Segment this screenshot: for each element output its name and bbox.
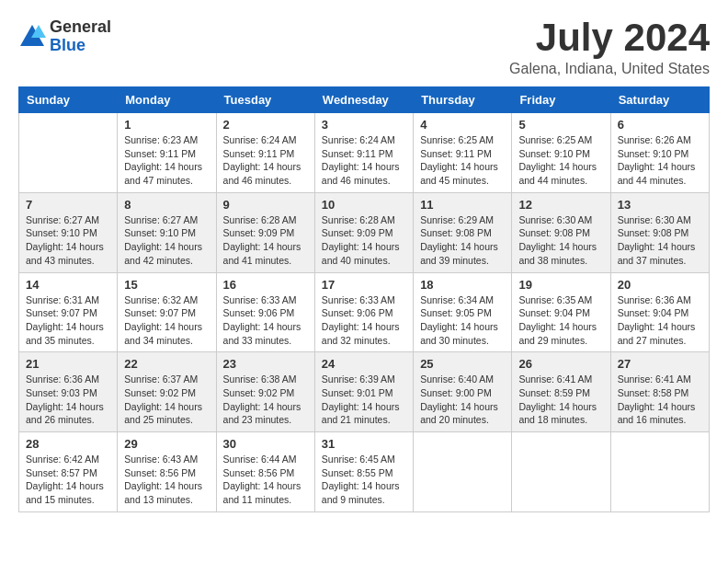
calendar-cell bbox=[610, 432, 709, 512]
day-info: Sunrise: 6:33 AM Sunset: 9:06 PM Dayligh… bbox=[322, 293, 406, 348]
day-number: 5 bbox=[518, 118, 603, 132]
calendar-body: 1Sunrise: 6:23 AM Sunset: 9:11 PM Daylig… bbox=[19, 113, 710, 512]
day-number: 3 bbox=[322, 118, 406, 132]
calendar-cell: 3Sunrise: 6:24 AM Sunset: 9:11 PM Daylig… bbox=[314, 113, 413, 193]
day-number: 9 bbox=[223, 198, 308, 212]
calendar-cell bbox=[414, 432, 512, 512]
calendar-cell: 15Sunrise: 6:32 AM Sunset: 9:07 PM Dayli… bbox=[118, 272, 216, 352]
day-info: Sunrise: 6:26 AM Sunset: 9:10 PM Dayligh… bbox=[618, 133, 702, 188]
calendar-cell: 10Sunrise: 6:28 AM Sunset: 9:09 PM Dayli… bbox=[314, 192, 413, 272]
calendar-week-1: 7Sunrise: 6:27 AM Sunset: 9:10 PM Daylig… bbox=[19, 192, 710, 272]
calendar-cell: 24Sunrise: 6:39 AM Sunset: 9:01 PM Dayli… bbox=[314, 352, 413, 432]
calendar-cell: 19Sunrise: 6:35 AM Sunset: 9:04 PM Dayli… bbox=[512, 272, 610, 352]
day-number: 10 bbox=[322, 198, 406, 212]
day-info: Sunrise: 6:25 AM Sunset: 9:11 PM Dayligh… bbox=[420, 133, 505, 188]
calendar-cell: 5Sunrise: 6:25 AM Sunset: 9:10 PM Daylig… bbox=[512, 113, 610, 193]
calendar-cell: 13Sunrise: 6:30 AM Sunset: 9:08 PM Dayli… bbox=[610, 192, 709, 272]
header-day-wednesday: Wednesday bbox=[314, 87, 413, 113]
day-info: Sunrise: 6:28 AM Sunset: 9:09 PM Dayligh… bbox=[322, 213, 406, 268]
calendar-cell: 9Sunrise: 6:28 AM Sunset: 9:09 PM Daylig… bbox=[216, 192, 314, 272]
day-info: Sunrise: 6:33 AM Sunset: 9:06 PM Dayligh… bbox=[223, 293, 308, 348]
calendar-week-2: 14Sunrise: 6:31 AM Sunset: 9:07 PM Dayli… bbox=[19, 272, 710, 352]
day-info: Sunrise: 6:31 AM Sunset: 9:07 PM Dayligh… bbox=[26, 293, 110, 348]
day-info: Sunrise: 6:36 AM Sunset: 9:03 PM Dayligh… bbox=[26, 373, 110, 427]
day-number: 21 bbox=[26, 357, 110, 371]
header-day-thursday: Thursday bbox=[414, 87, 512, 113]
logo-text: General Blue bbox=[50, 18, 111, 55]
calendar-cell: 6Sunrise: 6:26 AM Sunset: 9:10 PM Daylig… bbox=[610, 113, 709, 193]
day-number: 12 bbox=[518, 198, 603, 212]
day-info: Sunrise: 6:27 AM Sunset: 9:10 PM Dayligh… bbox=[26, 213, 110, 268]
day-info: Sunrise: 6:28 AM Sunset: 9:09 PM Dayligh… bbox=[223, 213, 308, 268]
calendar-cell: 8Sunrise: 6:27 AM Sunset: 9:10 PM Daylig… bbox=[118, 192, 216, 272]
calendar-cell bbox=[512, 432, 610, 512]
page-header: General Blue July 2024 Galena, Indiana, … bbox=[18, 18, 710, 77]
day-info: Sunrise: 6:38 AM Sunset: 9:02 PM Dayligh… bbox=[223, 373, 308, 427]
calendar-week-3: 21Sunrise: 6:36 AM Sunset: 9:03 PM Dayli… bbox=[19, 352, 710, 432]
calendar-cell: 31Sunrise: 6:45 AM Sunset: 8:55 PM Dayli… bbox=[314, 432, 413, 512]
logo-blue-text: Blue bbox=[50, 37, 111, 55]
header-day-sunday: Sunday bbox=[19, 87, 118, 113]
day-number: 2 bbox=[223, 118, 308, 132]
day-number: 26 bbox=[518, 357, 603, 371]
header-day-saturday: Saturday bbox=[610, 87, 709, 113]
calendar-cell: 27Sunrise: 6:41 AM Sunset: 8:58 PM Dayli… bbox=[610, 352, 709, 432]
calendar-cell: 28Sunrise: 6:42 AM Sunset: 8:57 PM Dayli… bbox=[19, 432, 118, 512]
calendar-cell: 21Sunrise: 6:36 AM Sunset: 9:03 PM Dayli… bbox=[19, 352, 118, 432]
calendar-cell: 20Sunrise: 6:36 AM Sunset: 9:04 PM Dayli… bbox=[610, 272, 709, 352]
day-number: 24 bbox=[322, 357, 406, 371]
day-info: Sunrise: 6:24 AM Sunset: 9:11 PM Dayligh… bbox=[223, 133, 308, 188]
day-number: 22 bbox=[124, 357, 209, 371]
calendar-cell: 30Sunrise: 6:44 AM Sunset: 8:56 PM Dayli… bbox=[216, 432, 314, 512]
day-number: 29 bbox=[124, 437, 209, 451]
header-day-tuesday: Tuesday bbox=[216, 87, 314, 113]
day-number: 19 bbox=[518, 278, 603, 292]
day-number: 8 bbox=[124, 198, 209, 212]
day-number: 4 bbox=[420, 118, 505, 132]
day-number: 7 bbox=[26, 198, 110, 212]
calendar-cell: 2Sunrise: 6:24 AM Sunset: 9:11 PM Daylig… bbox=[216, 113, 314, 193]
calendar-cell: 4Sunrise: 6:25 AM Sunset: 9:11 PM Daylig… bbox=[414, 113, 512, 193]
day-info: Sunrise: 6:42 AM Sunset: 8:57 PM Dayligh… bbox=[26, 453, 110, 507]
day-number: 6 bbox=[618, 118, 702, 132]
calendar-cell bbox=[19, 113, 118, 193]
header-row: SundayMondayTuesdayWednesdayThursdayFrid… bbox=[19, 87, 710, 113]
calendar-header: SundayMondayTuesdayWednesdayThursdayFrid… bbox=[19, 87, 710, 113]
day-number: 1 bbox=[124, 118, 209, 132]
header-day-monday: Monday bbox=[118, 87, 216, 113]
calendar-table: SundayMondayTuesdayWednesdayThursdayFrid… bbox=[18, 86, 710, 512]
day-number: 13 bbox=[618, 198, 702, 212]
day-info: Sunrise: 6:25 AM Sunset: 9:10 PM Dayligh… bbox=[518, 133, 603, 188]
header-day-friday: Friday bbox=[512, 87, 610, 113]
day-info: Sunrise: 6:24 AM Sunset: 9:11 PM Dayligh… bbox=[322, 133, 406, 188]
day-info: Sunrise: 6:32 AM Sunset: 9:07 PM Dayligh… bbox=[124, 293, 209, 348]
day-number: 16 bbox=[223, 278, 308, 292]
day-number: 17 bbox=[322, 278, 406, 292]
calendar-cell: 22Sunrise: 6:37 AM Sunset: 9:02 PM Dayli… bbox=[118, 352, 216, 432]
day-info: Sunrise: 6:45 AM Sunset: 8:55 PM Dayligh… bbox=[322, 453, 406, 507]
day-number: 31 bbox=[322, 437, 406, 451]
day-info: Sunrise: 6:41 AM Sunset: 8:59 PM Dayligh… bbox=[518, 373, 603, 427]
month-title: July 2024 bbox=[509, 18, 710, 57]
logo-icon bbox=[18, 23, 46, 51]
day-info: Sunrise: 6:35 AM Sunset: 9:04 PM Dayligh… bbox=[518, 293, 603, 348]
title-block: July 2024 Galena, Indiana, United States bbox=[509, 18, 710, 77]
day-number: 28 bbox=[26, 437, 110, 451]
day-info: Sunrise: 6:29 AM Sunset: 9:08 PM Dayligh… bbox=[420, 213, 505, 268]
day-info: Sunrise: 6:43 AM Sunset: 8:56 PM Dayligh… bbox=[124, 453, 209, 507]
calendar-cell: 11Sunrise: 6:29 AM Sunset: 9:08 PM Dayli… bbox=[414, 192, 512, 272]
calendar-cell: 7Sunrise: 6:27 AM Sunset: 9:10 PM Daylig… bbox=[19, 192, 118, 272]
calendar-cell: 25Sunrise: 6:40 AM Sunset: 9:00 PM Dayli… bbox=[414, 352, 512, 432]
calendar-week-4: 28Sunrise: 6:42 AM Sunset: 8:57 PM Dayli… bbox=[19, 432, 710, 512]
day-info: Sunrise: 6:39 AM Sunset: 9:01 PM Dayligh… bbox=[322, 373, 406, 427]
day-number: 18 bbox=[420, 278, 505, 292]
logo-general-text: General bbox=[50, 18, 111, 37]
calendar-week-0: 1Sunrise: 6:23 AM Sunset: 9:11 PM Daylig… bbox=[19, 113, 710, 193]
day-number: 20 bbox=[618, 278, 702, 292]
day-info: Sunrise: 6:27 AM Sunset: 9:10 PM Dayligh… bbox=[124, 213, 209, 268]
day-number: 30 bbox=[223, 437, 308, 451]
day-info: Sunrise: 6:30 AM Sunset: 9:08 PM Dayligh… bbox=[618, 213, 702, 268]
calendar-cell: 14Sunrise: 6:31 AM Sunset: 9:07 PM Dayli… bbox=[19, 272, 118, 352]
calendar-cell: 16Sunrise: 6:33 AM Sunset: 9:06 PM Dayli… bbox=[216, 272, 314, 352]
day-info: Sunrise: 6:36 AM Sunset: 9:04 PM Dayligh… bbox=[618, 293, 702, 348]
